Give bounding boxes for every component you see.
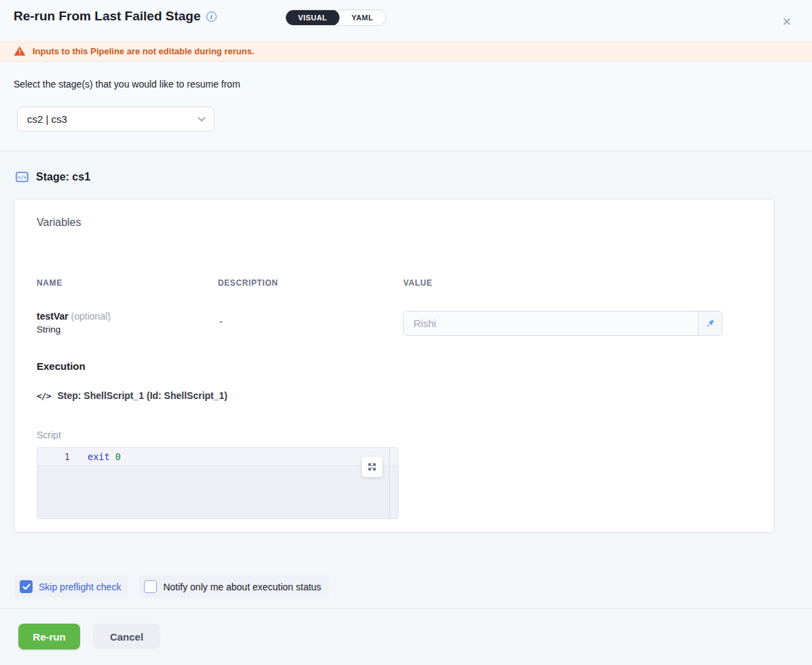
stage-select-value: cs2 | cs3 — [27, 113, 67, 125]
variable-type: String — [37, 324, 60, 335]
variable-value-control — [403, 311, 722, 336]
editor-current-line: 1 exit 0 — [37, 448, 398, 466]
pin-icon[interactable] — [699, 311, 722, 335]
stage-select-label: Select the stage(s) that you would like … — [14, 79, 240, 90]
skip-preflight-option[interactable]: Skip preflight check — [15, 575, 128, 598]
column-header-value: VALUE — [403, 278, 432, 288]
skip-preflight-label: Skip preflight check — [39, 582, 121, 592]
tab-visual[interactable]: VISUAL — [286, 10, 339, 26]
rerun-button[interactable]: Re-run — [18, 624, 80, 649]
svg-text:</>: </> — [18, 174, 27, 180]
step-label: Step: ShellScript_1 (Id: ShellScript_1) — [57, 390, 227, 401]
checkbox-unchecked-icon[interactable] — [144, 580, 157, 593]
editor-scroll-guide — [389, 448, 390, 518]
warning-text: Inputs to this Pipeline are not editable… — [33, 46, 254, 56]
stage-heading-label: Stage: cs1 — [36, 171, 90, 183]
code-text: exit 0 — [88, 451, 121, 462]
notify-me-option[interactable]: Notify only me about execution status — [139, 575, 329, 598]
variable-value-input[interactable] — [404, 311, 699, 335]
checkbox-checked-icon[interactable] — [20, 580, 33, 593]
visual-yaml-toggle: VISUAL YAML — [285, 10, 386, 26]
line-number: 1 — [37, 451, 70, 462]
variable-name-cell: testVar (optional) — [37, 311, 111, 322]
column-header-name: NAME — [37, 278, 62, 288]
stage-heading: </> Stage: cs1 — [15, 170, 90, 184]
stage-select-dropdown[interactable]: cs2 | cs3 — [17, 107, 215, 132]
page-title: Re-run From Last Failed Stage — [14, 9, 201, 24]
execution-title: Execution — [37, 360, 86, 372]
notify-me-label: Notify only me about execution status — [163, 582, 321, 592]
script-code-editor[interactable]: 1 exit 0 — [37, 447, 399, 519]
footer-divider — [0, 608, 812, 609]
variable-optional-tag: (optional) — [71, 311, 111, 322]
code-keyword: exit — [88, 451, 110, 462]
info-icon[interactable]: i — [206, 12, 217, 22]
step-row: </> Step: ShellScript_1 (Id: ShellScript… — [37, 390, 227, 401]
code-step-icon: </> — [37, 391, 50, 401]
section-divider — [0, 151, 812, 151]
rerun-modal: Re-run From Last Failed Stage i VISUAL Y… — [0, 0, 812, 665]
close-icon[interactable]: ✕ — [782, 15, 792, 29]
variable-name: testVar — [37, 311, 69, 322]
expand-fullscreen-icon[interactable] — [362, 457, 382, 477]
page-title-row: Re-run From Last Failed Stage i — [14, 9, 217, 24]
stage-form-card: Variables NAME DESCRIPTION VALUE testVar… — [14, 199, 775, 533]
warning-triangle-icon — [14, 45, 26, 56]
code-number: 0 — [115, 451, 121, 462]
custom-stage-icon: </> — [15, 170, 29, 184]
column-header-description: DESCRIPTION — [218, 278, 278, 288]
chevron-down-icon — [198, 117, 206, 122]
options-row: Skip preflight check Notify only me abou… — [15, 575, 329, 598]
cancel-button[interactable]: Cancel — [93, 624, 160, 649]
variables-title: Variables — [37, 216, 81, 229]
tab-yaml[interactable]: YAML — [339, 10, 386, 26]
warning-banner: Inputs to this Pipeline are not editable… — [0, 41, 812, 62]
variable-description: - — [219, 316, 223, 327]
script-label: Script — [37, 430, 61, 440]
